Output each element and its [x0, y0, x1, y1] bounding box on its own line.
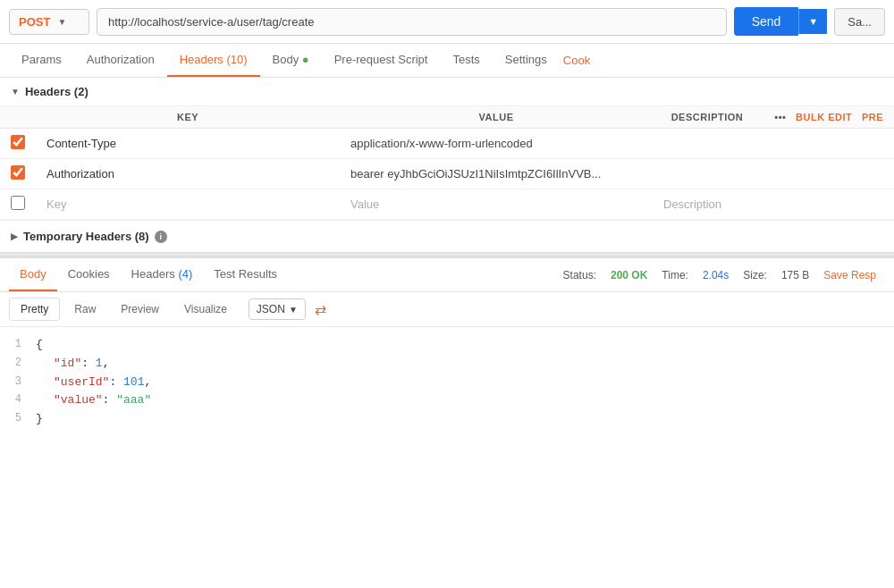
row2-checkbox[interactable] [11, 165, 25, 180]
tab-authorization[interactable]: Authorization [74, 44, 167, 77]
resp-tab-test-results[interactable]: Test Results [203, 258, 288, 291]
chevron-right-icon: ▶ [11, 231, 18, 241]
time-label: Time: [662, 269, 688, 281]
headers-section-header[interactable]: ▼ Headers (2) [0, 78, 894, 106]
code-line-2: 2 "id": 1, [0, 355, 894, 374]
code-text: { [36, 336, 43, 355]
headers-section: ▼ Headers (2) KEY VALUE DESCRIPTION ••• … [0, 78, 894, 253]
format-pretty-button[interactable]: Pretty [9, 298, 60, 321]
format-type-select[interactable]: JSON ▼ [249, 298, 306, 320]
line-number: 1 [0, 336, 36, 355]
response-area: Body Cookies Headers (4) Test Results St… [0, 256, 894, 438]
pre-label: Pre [862, 112, 883, 122]
format-raw-button[interactable]: Raw [63, 298, 106, 320]
tab-headers[interactable]: Headers (10) [167, 44, 260, 77]
col-header-value: VALUE [340, 106, 653, 129]
code-text: } [36, 410, 43, 429]
filter-icon[interactable]: ⇄ [315, 301, 326, 318]
line-number: 2 [0, 355, 36, 374]
row2-value: bearer eyJhbGciOiJSUzI1NiIsImtpZCI6IlInV… [350, 167, 601, 181]
method-label: POST [19, 15, 50, 29]
line-number: 5 [0, 410, 36, 429]
save-response-button[interactable]: Save Resp [823, 269, 876, 281]
headers-table: KEY VALUE DESCRIPTION ••• Bulk Edit Pre [0, 106, 894, 220]
row1-value: application/x-www-form-urlencoded [350, 137, 533, 150]
headers-section-title: Headers (2) [25, 85, 89, 98]
chevron-down-icon: ▼ [11, 87, 20, 97]
col-header-actions: ••• Bulk Edit Pre [762, 106, 894, 129]
empty-row-checkbox[interactable] [11, 196, 25, 210]
format-bar: Pretty Raw Preview Visualize JSON ▼ ⇄ [0, 292, 894, 327]
method-arrow-icon: ▼ [57, 17, 66, 27]
row2-key: Authorization [46, 167, 114, 181]
table-row-empty: Key Value Description [0, 189, 894, 220]
save-button[interactable]: Sa... [834, 8, 885, 36]
send-button-group: Send ▼ [734, 7, 828, 36]
col-header-description: DESCRIPTION [653, 106, 762, 129]
code-line-1: 1 { [0, 336, 894, 355]
row1-key: Content-Type [46, 137, 116, 150]
empty-value-placeholder: Value [350, 197, 379, 211]
row2-description [653, 159, 762, 189]
method-select[interactable]: POST ▼ [9, 9, 89, 35]
response-tabs-bar: Body Cookies Headers (4) Test Results St… [0, 258, 894, 292]
line-number: 3 [0, 374, 36, 392]
resp-tab-cookies[interactable]: Cookies [57, 258, 121, 291]
code-text: "userId": 101, [36, 374, 151, 392]
temp-headers-section[interactable]: ▶ Temporary Headers (8) i [0, 220, 894, 253]
code-text: "value": "aaa" [36, 391, 151, 410]
tab-pre-request[interactable]: Pre-request Script [322, 44, 441, 77]
row1-description [653, 129, 762, 159]
col-header-key: KEY [36, 106, 340, 129]
code-line-5: 5 } [0, 410, 894, 429]
size-value: 175 B [781, 269, 809, 281]
resp-tab-body[interactable]: Body [9, 258, 57, 291]
empty-desc-placeholder: Description [663, 197, 721, 211]
table-row: Content-Type application/x-www-form-urle… [0, 129, 894, 159]
send-dropdown-button[interactable]: ▼ [798, 9, 827, 34]
code-line-3: 3 "userId": 101, [0, 374, 894, 392]
resp-tab-headers[interactable]: Headers (4) [121, 258, 204, 291]
more-icon[interactable]: ••• [774, 112, 786, 122]
tab-settings[interactable]: Settings [493, 44, 560, 77]
code-area: 1 { 2 "id": 1, 3 "userId": 101, 4 "value… [0, 327, 894, 438]
tab-params[interactable]: Params [9, 44, 74, 77]
status-value: 200 OK [611, 269, 647, 281]
tab-tests[interactable]: Tests [440, 44, 492, 77]
tab-cook[interactable]: Cook [560, 45, 590, 76]
code-line-4: 4 "value": "aaa" [0, 391, 894, 410]
size-label: Size: [743, 269, 767, 281]
row1-checkbox[interactable] [11, 135, 25, 149]
top-bar: POST ▼ Send ▼ Sa... [0, 0, 894, 44]
response-status-bar: Status: 200 OK Time: 2.04s Size: 175 B S… [563, 269, 885, 281]
time-value: 2.04s [703, 269, 729, 281]
table-row: Authorization bearer eyJhbGciOiJSUzI1NiI… [0, 159, 894, 189]
empty-key-placeholder: Key [46, 197, 66, 211]
format-visualize-button[interactable]: Visualize [173, 298, 238, 320]
tab-body[interactable]: Body ● [260, 44, 322, 77]
url-input[interactable] [97, 8, 727, 36]
line-number: 4 [0, 391, 36, 410]
info-icon[interactable]: i [155, 231, 167, 243]
temp-headers-title: Temporary Headers (8) [23, 230, 149, 243]
format-preview-button[interactable]: Preview [110, 298, 170, 320]
code-text: "id": 1, [36, 355, 109, 374]
send-button[interactable]: Send [734, 7, 799, 36]
bulk-edit-button[interactable]: Bulk Edit [796, 112, 852, 122]
status-label: Status: [563, 269, 596, 281]
request-tabs: Params Authorization Headers (10) Body ●… [0, 44, 894, 78]
